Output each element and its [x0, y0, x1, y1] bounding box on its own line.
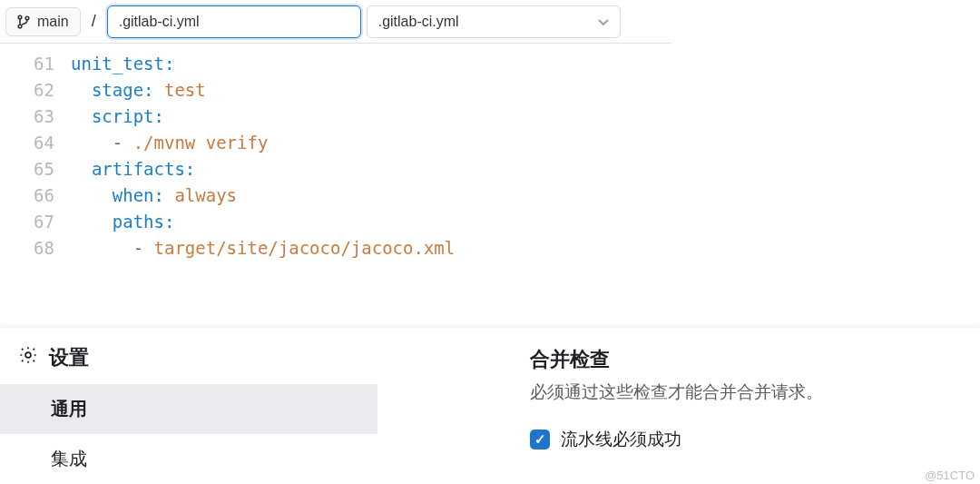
sidebar-item-0[interactable]: 通用 — [0, 384, 377, 434]
settings-body: 合并检查 必须通过这些检查才能合并合并请求。 ✓ 流水线必须成功 — [377, 328, 841, 484]
line-number: 65 — [0, 156, 54, 183]
line-number: 64 — [0, 130, 54, 156]
line-number: 61 — [0, 51, 54, 77]
pipeline-check-row[interactable]: ✓ 流水线必须成功 — [530, 428, 823, 451]
merge-check-title: 合并检查 — [530, 346, 823, 373]
code-line[interactable]: stage: test — [71, 77, 780, 104]
svg-point-0 — [18, 15, 22, 19]
line-number: 68 — [0, 235, 54, 262]
gear-icon — [18, 345, 38, 370]
code-line[interactable]: artifacts: — [71, 156, 780, 183]
file-path-input[interactable] — [107, 5, 361, 38]
line-number: 67 — [0, 209, 54, 235]
code-line[interactable]: when: always — [71, 183, 780, 209]
sidebar-item-1[interactable]: 集成 — [0, 434, 377, 484]
settings-panel: 设置 通用集成 合并检查 必须通过这些检查才能合并合并请求。 ✓ 流水线必须成功 — [0, 328, 980, 484]
line-number: 62 — [0, 77, 54, 104]
chevron-down-icon — [598, 14, 609, 30]
template-select[interactable]: .gitlab-ci.yml — [367, 5, 621, 38]
breadcrumb-separator: / — [86, 12, 102, 31]
pipeline-success-label: 流水线必须成功 — [561, 428, 681, 451]
branch-selector[interactable]: main — [5, 7, 81, 36]
svg-point-3 — [25, 352, 31, 358]
code-line[interactable]: - target/site/jacoco/jacoco.xml — [71, 235, 780, 262]
settings-sidebar: 设置 通用集成 — [0, 328, 377, 484]
code-line[interactable]: - ./mvnw verify — [71, 130, 780, 156]
code-line[interactable]: unit_test: — [71, 51, 780, 77]
code-body[interactable]: unit_test: stage: test script: - ./mvnw … — [71, 51, 780, 262]
template-select-value: .gitlab-ci.yml — [378, 14, 459, 30]
settings-header: 设置 — [0, 328, 377, 384]
settings-title: 设置 — [49, 344, 89, 371]
breadcrumb-bar: main / .gitlab-ci.yml — [0, 0, 671, 44]
pipeline-success-checkbox[interactable]: ✓ — [530, 430, 550, 449]
code-line[interactable]: paths: — [71, 209, 780, 235]
svg-point-1 — [18, 25, 22, 28]
code-editor[interactable]: 6162636465666768 unit_test: stage: test … — [0, 44, 780, 262]
line-number: 66 — [0, 183, 54, 209]
branch-name: main — [37, 14, 69, 30]
svg-point-2 — [25, 16, 29, 20]
line-number: 63 — [0, 104, 54, 130]
branch-icon — [17, 15, 30, 29]
code-line[interactable]: script: — [71, 104, 780, 130]
watermark: @51CTO — [925, 469, 975, 482]
merge-check-description: 必须通过这些检查才能合并合并请求。 — [530, 380, 823, 404]
line-gutter: 6162636465666768 — [0, 51, 71, 262]
